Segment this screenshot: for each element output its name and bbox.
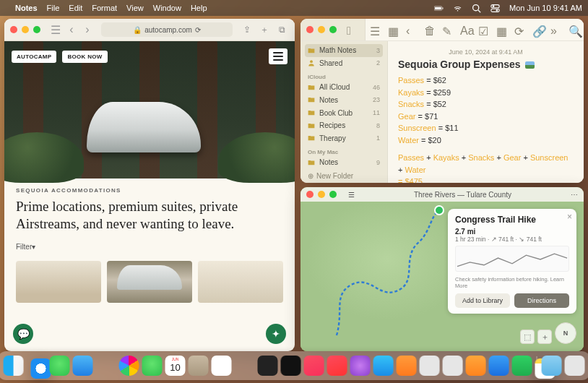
dock-keynote[interactable] [489, 356, 509, 376]
dock-appstore[interactable] [373, 356, 394, 376]
dock-finder[interactable] [4, 356, 24, 376]
dock-safari[interactable] [31, 358, 51, 379]
forward-button[interactable]: › [81, 23, 94, 36]
battery-icon[interactable] [434, 4, 444, 13]
dock-tv[interactable] [281, 356, 301, 376]
dock-music[interactable] [304, 356, 324, 376]
close-card-icon[interactable]: × [567, 212, 572, 222]
minimize-button[interactable] [318, 191, 325, 198]
hamburger-menu[interactable] [269, 48, 287, 64]
note-content[interactable]: June 10, 2024 at 9:41 AM Sequoia Group E… [388, 41, 584, 183]
dock-numbers[interactable] [512, 356, 532, 376]
dock-books[interactable] [397, 356, 417, 376]
tabs-icon[interactable]: ⧉ [274, 25, 289, 35]
back-icon[interactable]: ‹ [406, 25, 417, 35]
thumb-interior[interactable] [16, 261, 101, 303]
dock-news[interactable] [327, 356, 347, 376]
svg-point-6 [493, 5, 495, 7]
wifi-icon[interactable] [453, 4, 462, 13]
menu-edit[interactable]: Edit [69, 4, 82, 12]
close-button[interactable] [10, 26, 17, 33]
dock-settings[interactable] [443, 356, 463, 376]
folder-local-notes[interactable]: Notes9 [305, 156, 383, 169]
folder-all-icloud[interactable]: All iCloud46 [305, 81, 383, 94]
dock-trash[interactable] [565, 356, 585, 376]
lock-icon: 🔒 [133, 26, 142, 34]
folder-shared[interactable]: Shared2 [305, 57, 383, 70]
search-icon[interactable] [472, 4, 481, 13]
menu-help[interactable]: Help [191, 4, 207, 12]
view-list-icon[interactable]: ☰ [370, 25, 381, 35]
thumb-airstream[interactable] [107, 261, 192, 303]
new-folder-button[interactable]: ⊕ New Folder [305, 169, 383, 184]
dock-facetime[interactable] [142, 356, 163, 376]
dock-mail[interactable] [73, 356, 93, 376]
notes-sidebar: Math Notes3 Shared2 iCloud All iCloud46 … [301, 41, 388, 183]
safety-text[interactable]: Check safety information before hiking. … [455, 276, 569, 289]
section-icloud: iCloud [308, 74, 383, 80]
dock-calendar[interactable] [165, 356, 186, 376]
close-button[interactable] [306, 26, 314, 33]
dock-contacts[interactable] [189, 356, 209, 376]
thumb-room[interactable] [198, 261, 283, 303]
media-icon[interactable]: ⟳ [514, 25, 525, 35]
compose-icon[interactable]: ✎ [442, 25, 453, 35]
menu-window[interactable]: Window [153, 4, 181, 12]
filter-dropdown[interactable]: Filter▾ [16, 243, 283, 251]
checklist-icon[interactable]: ☑ [478, 25, 489, 35]
maps-location: Three Rivers — Tulare County [360, 191, 565, 199]
close-button[interactable] [306, 191, 314, 198]
format-icon[interactable]: Aa [460, 25, 471, 35]
dock-podcasts[interactable] [350, 356, 371, 376]
dock-passwords[interactable] [420, 356, 440, 376]
more-icon[interactable]: » [550, 25, 561, 35]
zoom-button[interactable] [33, 26, 40, 33]
directions-button[interactable]: Directions [514, 293, 569, 308]
folder-therapy[interactable]: Therapy1 [305, 132, 383, 145]
table-icon[interactable]: ▦ [496, 25, 507, 35]
minimize-button[interactable] [318, 26, 325, 33]
trash-icon[interactable]: 🗑 [424, 25, 435, 35]
minimize-button[interactable] [22, 26, 29, 33]
dock-photos[interactable] [119, 356, 139, 376]
clock[interactable]: Mon Jun 10 9:41 AM [509, 4, 582, 12]
dock-freeform[interactable] [258, 356, 278, 376]
sidebar-toggle-icon[interactable]: 􀏚 [347, 25, 358, 35]
folder-math-notes[interactable]: Math Notes3 [305, 44, 383, 57]
app-name[interactable]: Notes [15, 4, 38, 12]
dock-messages[interactable] [50, 356, 70, 376]
safari-window: ☰ ‹ › 🔒 autocamp.com ⟳ ⇪ ＋ ⧉ AUTOCAMP BO… [4, 19, 295, 351]
folder-book-club[interactable]: Book Club11 [305, 106, 383, 119]
address-bar[interactable]: 🔒 autocamp.com ⟳ [101, 22, 233, 37]
compass[interactable]: N [555, 322, 576, 344]
new-tab-button[interactable]: ＋ [257, 24, 272, 36]
folder-notes[interactable]: Notes23 [305, 94, 383, 107]
menu-file[interactable]: File [47, 4, 60, 12]
book-now-button[interactable]: BOOK NOW [62, 51, 107, 63]
map-3d-button[interactable]: ⬚ [520, 330, 535, 344]
reload-icon[interactable]: ⟳ [195, 26, 201, 34]
zoom-button[interactable] [329, 26, 337, 33]
safari-toolbar: ☰ ‹ › 🔒 autocamp.com ⟳ ⇪ ＋ ⧉ [4, 19, 295, 41]
dock-downloads[interactable] [542, 356, 562, 376]
dock-reminders[interactable] [212, 356, 232, 376]
folder-recipes[interactable]: Recipes8 [305, 119, 383, 132]
add-to-library-button[interactable]: Add to Library [455, 293, 510, 308]
link-icon[interactable]: 🔗 [532, 25, 543, 35]
dock-pages[interactable] [466, 356, 486, 376]
view-grid-icon[interactable]: ▦ [388, 25, 399, 35]
accessibility-fab[interactable]: ✦ [266, 324, 286, 344]
control-center-icon[interactable] [490, 4, 500, 13]
chat-fab[interactable]: 💬 [13, 324, 33, 344]
sidebar-toggle-icon[interactable]: ☰ [49, 23, 62, 36]
map-zoom-button[interactable]: ＋ [537, 330, 552, 344]
search-icon[interactable]: 🔍 [568, 25, 579, 35]
menu-format[interactable]: Format [92, 4, 117, 12]
menu-view[interactable]: View [126, 4, 144, 12]
back-button[interactable]: ‹ [65, 23, 78, 36]
sidebar-toggle-icon[interactable]: ☰ [348, 191, 355, 199]
share-icon[interactable]: ⇪ [240, 25, 254, 35]
maps-more-icon[interactable]: ⋯ [571, 191, 578, 199]
zoom-button[interactable] [329, 191, 337, 198]
site-logo[interactable]: AUTOCAMP [12, 51, 56, 63]
